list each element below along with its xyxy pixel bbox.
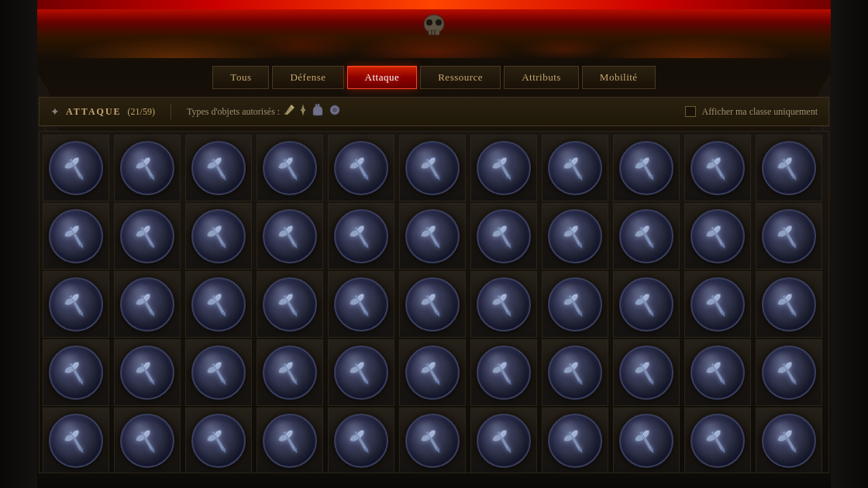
side-bar-right: [831, 0, 868, 488]
skill-emblem: [263, 345, 317, 400]
skill-cell[interactable]: [114, 135, 181, 201]
skill-cell[interactable]: [470, 203, 537, 270]
skill-cell[interactable]: [399, 135, 466, 201]
tab-tous[interactable]: Tous: [212, 66, 269, 89]
skill-cell[interactable]: [399, 271, 466, 338]
allowed-types-label: Types d'objets autorisés :: [187, 106, 280, 118]
skill-cell[interactable]: [185, 203, 252, 270]
skill-cell[interactable]: [613, 135, 680, 201]
skill-emblem: [619, 414, 673, 468]
skill-emblem: [405, 141, 460, 195]
section-header: ✦ ATTAQUE (21/59) Types d'objets autoris…: [39, 97, 829, 126]
skill-emblem: [334, 209, 388, 263]
skill-cell[interactable]: [756, 407, 822, 473]
skill-emblem: [548, 414, 602, 468]
skills-container: [39, 131, 829, 473]
skill-cell[interactable]: [257, 407, 323, 473]
skill-emblem: [191, 277, 246, 332]
skill-emblem: [334, 141, 388, 195]
skill-cell[interactable]: [684, 407, 751, 473]
skill-cell[interactable]: [756, 271, 822, 338]
skill-emblem: [477, 209, 531, 263]
tab-attributs[interactable]: Attributs: [504, 66, 579, 89]
tab-ressource[interactable]: Ressource: [420, 66, 501, 89]
skill-emblem: [191, 209, 246, 263]
skill-cell[interactable]: [185, 135, 252, 201]
skill-cell[interactable]: [43, 135, 109, 201]
skill-cell[interactable]: [470, 271, 537, 338]
skill-cell[interactable]: [684, 271, 751, 338]
skill-emblem: [548, 277, 602, 332]
skill-cell[interactable]: [328, 271, 394, 338]
skill-cell[interactable]: [542, 339, 608, 406]
skill-cell[interactable]: [257, 203, 323, 270]
section-title: ATTAQUE: [66, 106, 122, 118]
skill-cell[interactable]: [613, 271, 680, 338]
skill-cell[interactable]: [542, 407, 608, 473]
skill-emblem: [762, 277, 816, 332]
skill-emblem: [691, 414, 745, 468]
skill-emblem: [762, 345, 816, 400]
skill-cell[interactable]: [542, 135, 608, 201]
skill-emblem: [120, 141, 174, 195]
skill-cell[interactable]: [542, 203, 608, 270]
skill-cell[interactable]: [43, 203, 109, 270]
skill-emblem: [49, 141, 103, 195]
skill-cell[interactable]: [185, 271, 252, 338]
svg-point-1: [426, 19, 432, 26]
weapon-icon-misc: [328, 104, 342, 119]
skill-cell[interactable]: [257, 135, 323, 201]
skill-cell[interactable]: [43, 407, 109, 473]
skill-cell[interactable]: [114, 271, 181, 338]
skill-cell[interactable]: [328, 135, 394, 201]
skill-cell[interactable]: [542, 271, 608, 338]
skill-cell[interactable]: [185, 407, 252, 473]
section-drag-icon: ✦: [50, 105, 60, 119]
skill-cell[interactable]: [43, 339, 109, 406]
svg-rect-5: [434, 30, 436, 35]
skill-cell[interactable]: [43, 271, 109, 338]
skill-emblem: [263, 277, 317, 332]
skill-cell[interactable]: [328, 407, 394, 473]
skill-cell[interactable]: [328, 339, 394, 406]
skill-cell[interactable]: [756, 203, 822, 270]
skill-emblem: [762, 141, 816, 195]
skill-cell[interactable]: [328, 203, 394, 270]
skill-cell[interactable]: [185, 339, 252, 406]
skill-cell[interactable]: [756, 339, 822, 406]
skill-cell[interactable]: [613, 203, 680, 270]
content-area: Tous Défense Attaque Ressource Attributs…: [39, 66, 829, 473]
skill-emblem: [120, 414, 174, 468]
skill-cell[interactable]: [470, 339, 537, 406]
class-filter-label: Afficher ma classe uniquement: [702, 106, 818, 118]
skill-cell[interactable]: [399, 203, 466, 270]
skull-icon: [418, 12, 450, 44]
skill-cell[interactable]: [399, 339, 466, 406]
tab-defense[interactable]: Défense: [272, 66, 343, 89]
skill-cell[interactable]: [613, 339, 680, 406]
svg-point-2: [436, 19, 442, 26]
skill-cell[interactable]: [684, 339, 751, 406]
skill-emblem: [334, 414, 388, 468]
skill-cell[interactable]: [756, 135, 822, 201]
skill-cell[interactable]: [257, 339, 323, 406]
tab-attaque[interactable]: Attaque: [347, 66, 418, 89]
skill-cell[interactable]: [470, 135, 537, 201]
tab-mobilite[interactable]: Mobilité: [582, 66, 656, 89]
class-filter-checkbox[interactable]: [685, 106, 696, 117]
skill-cell[interactable]: [114, 407, 181, 473]
skill-cell[interactable]: [257, 271, 323, 338]
skill-cell[interactable]: [114, 203, 181, 270]
skill-cell[interactable]: [684, 135, 751, 201]
skill-cell[interactable]: [114, 339, 181, 406]
skill-emblem: [405, 345, 460, 400]
allowed-types: Types d'objets autorisés :: [187, 104, 342, 119]
skill-cell[interactable]: [470, 407, 537, 473]
weapon-icon-dagger: [298, 104, 308, 119]
skill-cell[interactable]: [684, 203, 751, 270]
skill-emblem: [120, 209, 174, 263]
skill-cell[interactable]: [399, 407, 466, 473]
skill-emblem: [762, 209, 816, 263]
skill-emblem: [405, 277, 460, 332]
skill-cell[interactable]: [613, 407, 680, 473]
